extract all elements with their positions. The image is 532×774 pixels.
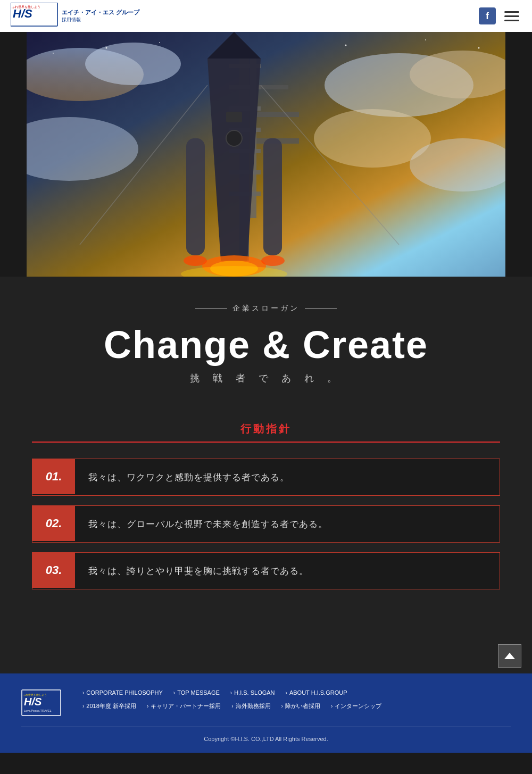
footer-nav-career-partner[interactable]: › キャリア・パートナー採用 xyxy=(147,702,221,710)
footer-nav-row-2: › 2018年度 新卒採用 › キャリア・パートナー採用 › 海外勤務採用 › … xyxy=(82,702,511,710)
svg-rect-20 xyxy=(256,112,299,117)
svg-rect-25 xyxy=(226,112,242,122)
svg-text:ふれ世界を旅しよう: ふれ世界を旅しよう xyxy=(11,5,40,9)
footer-nav-corporate-philosophy[interactable]: › CORPORATE PHILOSOPHY xyxy=(82,689,163,696)
guideline-item-1: 01. 我々は、ワクワクと感動を提供する者である。 xyxy=(32,459,500,496)
svg-point-36 xyxy=(106,47,107,49)
guidelines-title: 行動指針 xyxy=(32,422,500,436)
main-slogan: Change & Create xyxy=(11,323,521,367)
footer-copyright: Copyright ©H.I.S. CO.,LTD All Rights Res… xyxy=(21,736,511,742)
svg-text:H/S: H/S xyxy=(24,696,42,708)
footer: H/S ふれ世界を旅しよう Love.Peace.TRAVEL › CORPOR… xyxy=(0,673,532,753)
footer-nav-row-1: › CORPORATE PHILOSOPHY › TOP MESSAGE › H… xyxy=(82,689,511,696)
svg-rect-27 xyxy=(186,138,205,255)
guidelines-divider xyxy=(32,442,500,443)
back-to-top-button[interactable] xyxy=(498,644,521,668)
svg-point-38 xyxy=(345,45,347,46)
svg-rect-28 xyxy=(263,138,282,255)
spacer xyxy=(0,631,532,673)
guideline-text-3: 我々は、誇りとやり甲斐を胸に挑戦する者である。 xyxy=(75,554,322,588)
logo-text: エイチ・アイ・エス グループ 採用情報 xyxy=(62,9,139,23)
guideline-number-1: 01. xyxy=(32,459,75,494)
footer-nav-about-his-group[interactable]: › ABOUT H.I.S.GROUP xyxy=(286,689,347,696)
footer-nav-internship[interactable]: › インターンシップ xyxy=(331,702,381,710)
guideline-number-2: 02. xyxy=(32,506,75,541)
footer-nav-his-slogan[interactable]: › H.I.S. SLOGAN xyxy=(230,689,275,696)
facebook-icon[interactable]: f xyxy=(479,7,496,24)
svg-point-32 xyxy=(261,255,285,266)
svg-point-41 xyxy=(478,47,480,49)
slogan-section: 企業スローガン Change & Create 挑 戦 者 で あ れ 。 xyxy=(0,277,532,406)
hero-overlay xyxy=(27,32,505,277)
footer-nav-new-grad[interactable]: › 2018年度 新卒採用 xyxy=(82,702,136,710)
guideline-item-2: 02. 我々は、グローバルな視野で未来を創造する者である。 xyxy=(32,505,500,543)
logo-area: H/S ふれ世界を旅しよう エイチ・アイ・エス グループ 採用情報 xyxy=(11,3,139,29)
slogan-subtitle: 企業スローガン xyxy=(232,304,300,313)
his-logo: H/S ふれ世界を旅しよう xyxy=(11,3,59,29)
svg-point-5 xyxy=(85,43,181,85)
hamburger-menu-icon[interactable] xyxy=(502,9,521,23)
svg-point-31 xyxy=(184,255,207,266)
footer-top: H/S ふれ世界を旅しよう Love.Peace.TRAVEL › CORPOR… xyxy=(21,689,511,718)
svg-text:ふれ世界を旅しよう: ふれ世界を旅しよう xyxy=(22,693,47,696)
footer-nav-top-message[interactable]: › TOP MESSAGE xyxy=(173,689,220,696)
guideline-item-3: 03. 我々は、誇りとやり甲斐を胸に挑戦する者である。 xyxy=(32,552,500,589)
footer-logo: H/S ふれ世界を旅しよう Love.Peace.TRAVEL xyxy=(21,689,61,718)
footer-divider xyxy=(21,727,511,727)
svg-point-37 xyxy=(159,42,160,43)
chevron-up-icon xyxy=(504,653,515,659)
guideline-text-1: 我々は、ワクワクと感動を提供する者である。 xyxy=(75,461,303,494)
hero-image xyxy=(27,32,505,277)
svg-text:H/S: H/S xyxy=(13,7,32,20)
svg-point-26 xyxy=(226,130,242,146)
svg-point-39 xyxy=(425,39,426,40)
svg-text:Love.Peace.TRAVEL: Love.Peace.TRAVEL xyxy=(24,709,52,712)
guideline-text-2: 我々は、グローバルな視野で未来を創造する者である。 xyxy=(75,507,341,541)
header: H/S ふれ世界を旅しよう エイチ・アイ・エス グループ 採用情報 f xyxy=(0,0,532,32)
sub-slogan: 挑 戦 者 で あ れ 。 xyxy=(11,372,521,385)
guideline-number-3: 03. xyxy=(32,553,75,588)
footer-nav-disability[interactable]: › 障がい者採用 xyxy=(281,702,320,710)
svg-point-40 xyxy=(53,53,54,54)
footer-nav-overseas[interactable]: › 海外勤務採用 xyxy=(231,702,270,710)
guidelines-section: 行動指針 01. 我々は、ワクワクと感動を提供する者である。 02. 我々は、グ… xyxy=(0,406,532,631)
footer-nav: › CORPORATE PHILOSOPHY › TOP MESSAGE › H… xyxy=(82,689,511,717)
header-icons: f xyxy=(479,7,521,24)
